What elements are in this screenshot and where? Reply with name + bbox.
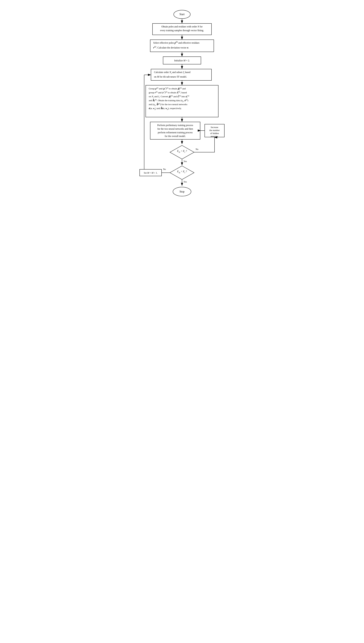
decision1-no-label: No — [196, 148, 198, 150]
stop-text: Stop — [180, 190, 184, 193]
side-increase-line2: the number — [210, 129, 220, 131]
side-increase-line4: neurons. — [210, 135, 218, 138]
side-increase-line3: of hidden — [210, 132, 219, 134]
start-text: Start — [180, 13, 184, 16]
main-flowchart: Start Obtain poles and residues with ord… — [136, 8, 228, 207]
step6-line3: perform refinement training process — [158, 131, 193, 134]
side-increase-line1: Increase — [211, 126, 218, 128]
step6-line1: Perform preliminary training process — [157, 124, 193, 127]
step6-line4: for the overall model. — [165, 135, 186, 137]
step2-line2: r(k). Calculate the deviation vector σ. — [153, 46, 189, 49]
decision2-diamond — [170, 166, 194, 179]
step1-line1: Obtain poles and residues with order N f… — [162, 25, 203, 28]
decision2-yes-label: Yes — [184, 180, 187, 183]
decision1-yes-label: Yes — [184, 160, 187, 162]
step4-line2: on M for ith sub-neuro-TF model. — [154, 75, 187, 78]
decision1-diamond — [170, 145, 194, 159]
decision2-no-label: No — [163, 168, 166, 170]
step6-line2: for the two neural networks and then — [157, 128, 193, 130]
side-setm-text: Set M = M + 1. — [144, 172, 158, 174]
step1-line2: every training samples through vector fi… — [160, 29, 204, 32]
step3-text: Initialize M = 2. — [174, 59, 190, 62]
